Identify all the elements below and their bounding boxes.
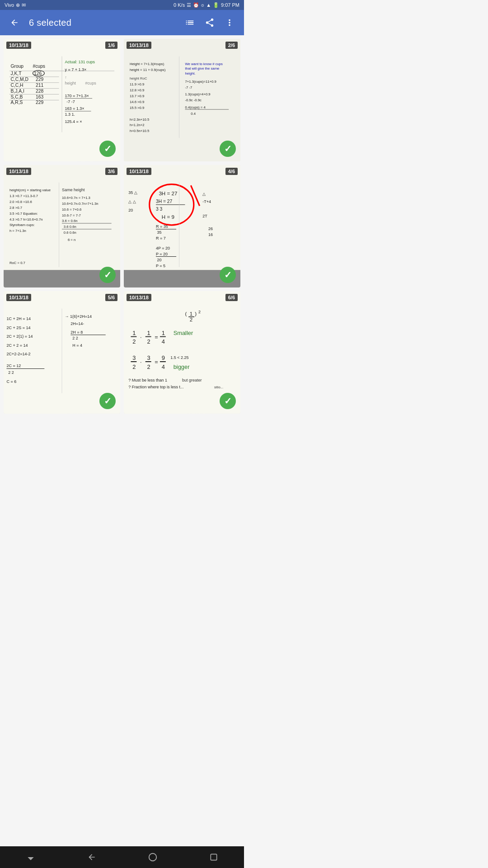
svg-text:126: 126 — [34, 71, 42, 76]
svg-text:35   △: 35 △ — [128, 190, 137, 195]
grid-item-4[interactable]: 35 △ △ △ 20 3H = 27 3H = 27 3 3 H = 9 R … — [124, 165, 240, 288]
svg-text:4: 4 — [162, 363, 165, 370]
svg-text:1: 1 — [132, 330, 136, 336]
svg-text:0.6    0.6n: 0.6 0.6n — [64, 231, 76, 235]
svg-text:0.4: 0.4 — [191, 112, 196, 116]
carrier-label: Vivo — [5, 2, 14, 8]
svg-text:height: height — [65, 81, 76, 85]
more-options-button[interactable] — [221, 14, 239, 32]
svg-text:1.5 < 2.25: 1.5 < 2.25 — [170, 355, 188, 359]
svg-text:3: 3 — [147, 354, 150, 361]
date-badge-4: 10/13/18 — [127, 168, 151, 175]
grid-item-2[interactable]: Height = 7+1.3(#cups) height = 11 + 0.9(… — [124, 39, 240, 161]
svg-text:1C + 2H = 14: 1C + 2H = 14 — [6, 316, 31, 321]
svg-text:(: ( — [185, 311, 187, 316]
check-mark-4: ✓ — [220, 267, 236, 283]
svg-text:2: 2 — [147, 363, 150, 370]
svg-text:h=0.5n+10.5: h=0.5n+10.5 — [130, 129, 149, 133]
svg-text:2: 2 — [147, 338, 150, 345]
date-badge-6: 10/13/18 — [127, 294, 151, 301]
svg-text:height.: height. — [185, 71, 195, 75]
svg-text:#cups: #cups — [85, 81, 97, 85]
svg-text:4P = 20: 4P = 20 — [156, 246, 170, 250]
svg-text:△: △ — [202, 192, 206, 196]
svg-text:3.6  0.6n: 3.6 0.6n — [64, 225, 76, 229]
grid-item-3[interactable]: height(cm) × starting value 1.3 >0.7 =11… — [4, 165, 120, 288]
svg-text:7+1.3(cups)=11+0.9: 7+1.3(cups)=11+0.9 — [185, 80, 216, 84]
svg-text:↑: ↑ — [65, 75, 67, 80]
grid-item-5[interactable]: 1C + 2H = 14 2C + 2S = 14 2C + 2(1) = 14… — [4, 291, 120, 414]
num-badge-5: 5/6 — [105, 294, 117, 301]
svg-text:Styrofoam cups:: Styrofoam cups: — [9, 223, 35, 227]
svg-text:=: = — [155, 359, 158, 365]
grid-item-6[interactable]: ( 1 2 ) 2 1 2 · 1 2 = 1 4 Smaller — [124, 291, 240, 414]
svg-text:R = 7: R = 7 — [156, 236, 166, 241]
svg-text:·: · — [140, 359, 142, 365]
svg-text:B,J,A,I: B,J,A,I — [10, 89, 24, 94]
svg-text:125.4 = ×: 125.4 = × — [65, 119, 82, 124]
svg-text:P = 20: P = 20 — [156, 252, 168, 256]
svg-text:=: = — [155, 334, 158, 340]
svg-text:2C + 2(1) = 14: 2C + 2(1) = 14 — [6, 334, 33, 339]
date-badge-1: 10/13/18 — [6, 42, 31, 49]
time-label: 9:07 PM — [221, 2, 239, 8]
svg-text:S,C,B: S,C,B — [10, 94, 23, 99]
back-button[interactable] — [5, 14, 23, 32]
share-icon-button[interactable] — [201, 14, 219, 32]
app-bar: 6 selected — [0, 10, 244, 35]
svg-text:3.5  >0.7  Equation:: 3.5 >0.7 Equation: — [9, 212, 38, 216]
app-bar-actions — [181, 14, 239, 32]
svg-text:C,C,H: C,C,H — [10, 83, 23, 88]
svg-text:): ) — [195, 311, 197, 316]
svg-text:height(cm)  × starting value: height(cm) × starting value — [9, 188, 51, 192]
svg-text:2: 2 — [132, 338, 136, 345]
svg-text:11.9   >0.9: 11.9 >0.9 — [130, 82, 144, 86]
svg-text:3      3: 3 3 — [156, 207, 163, 212]
svg-text:2.0  >0.8    =10.6: 2.0 >0.8 =10.6 — [9, 200, 32, 204]
svg-text:6 = n: 6 = n — [68, 238, 75, 242]
svg-text:height  RoC: height RoC — [130, 76, 147, 80]
svg-text:10.6 = 7+0.6: 10.6 = 7+0.6 — [62, 208, 81, 212]
svg-text:J,K,T: J,K,T — [10, 71, 22, 76]
date-badge-3: 10/13/18 — [6, 168, 31, 175]
svg-text:12.8   >0.9: 12.8 >0.9 — [130, 88, 144, 92]
svg-text:h=2.3n+10.5: h=2.3n+10.5 — [130, 118, 149, 122]
svg-text:-T+4: -T+4 — [202, 199, 211, 204]
svg-text:3H  = 27: 3H = 27 — [156, 199, 173, 204]
svg-text:that will give the same: that will give the same — [185, 66, 219, 71]
battery-icon: 🔋 — [213, 2, 219, 8]
svg-text:? Fraction where top is less t: ? Fraction where top is less t... — [128, 385, 183, 389]
svg-text:1.3  >0.7  =11.3-0.7: 1.3 >0.7 =11.3-0.7 — [9, 194, 38, 198]
svg-text:Smaller: Smaller — [174, 330, 193, 336]
svg-text:#cups: #cups — [33, 64, 45, 69]
svg-text:Actual: 131 cups: Actual: 131 cups — [65, 60, 95, 64]
svg-text:1: 1 — [190, 311, 192, 316]
list-icon-button[interactable] — [181, 14, 199, 32]
svg-text:228: 228 — [36, 89, 43, 94]
svg-text:-7    -7: -7 -7 — [66, 99, 75, 104]
svg-text:1.3    1.: 1.3 1. — [65, 112, 75, 117]
svg-text:2: 2 — [198, 310, 201, 314]
svg-text:35: 35 — [157, 230, 162, 235]
svg-text:2H = 8: 2H = 8 — [70, 330, 83, 335]
svg-text:10.6+0.7n-0.7n=7+1.3n: 10.6+0.7n-0.7n=7+1.3n — [62, 202, 98, 206]
svg-text:229: 229 — [36, 100, 43, 105]
svg-text:3.6 = 0.6n: 3.6 = 0.6n — [62, 219, 78, 223]
check-mark-3: ✓ — [99, 267, 116, 283]
svg-text:20: 20 — [157, 258, 162, 262]
svg-text:Height = 7+1.3(#cups): Height = 7+1.3(#cups) — [130, 62, 164, 66]
svg-text:4: 4 — [162, 338, 165, 345]
svg-text:2C+2-2=14-2: 2C+2-2=14-2 — [6, 352, 30, 356]
email-icon: ✉ — [22, 2, 26, 8]
svg-text:2: 2 — [190, 316, 192, 322]
svg-text:RoC = 0.7: RoC = 0.7 — [9, 261, 25, 265]
check-mark-5: ✓ — [99, 393, 116, 409]
svg-text:2C + 2S = 14: 2C + 2S = 14 — [6, 326, 30, 330]
svg-text:P = 5: P = 5 — [156, 264, 165, 268]
alarm-icon: ⏰ — [193, 2, 199, 8]
svg-text:2      2: 2 2 — [8, 370, 14, 375]
status-right: 0 K/s ☰ ⏰ ⌾ ▲ 🔋 9:07 PM — [174, 2, 239, 8]
grid-item-1[interactable]: Group #cups J,K,T 126 C,C,M,D 229 C,C,H … — [4, 39, 120, 161]
svg-text:y = 7 + 1.3×: y = 7 + 1.3× — [65, 67, 86, 72]
svg-text:2C  = 12: 2C = 12 — [6, 363, 21, 368]
